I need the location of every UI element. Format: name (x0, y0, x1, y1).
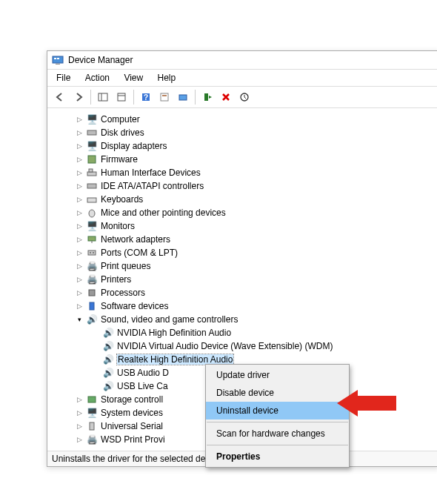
expand-icon[interactable]: ▷ (74, 434, 84, 445)
expand-icon[interactable]: ▷ (74, 421, 84, 431)
printer-icon: 🖨️ (86, 260, 98, 272)
action-button[interactable] (156, 89, 173, 105)
scan-button[interactable] (175, 89, 191, 105)
svg-rect-30 (90, 422, 94, 430)
menu-action[interactable]: Action (79, 71, 116, 84)
expand-icon[interactable]: ▷ (74, 221, 84, 231)
menu-help[interactable]: Help (152, 71, 182, 84)
category-hid[interactable]: ▷Human Interface Devices (52, 166, 437, 179)
expand-icon[interactable]: ▷ (74, 274, 84, 285)
help-button[interactable]: ? (138, 89, 154, 105)
expand-icon[interactable]: ▷ (74, 154, 84, 165)
usb-icon (86, 420, 98, 432)
category-printers[interactable]: ▷🖨️Printers (52, 273, 437, 286)
update-driver-button[interactable] (236, 89, 253, 105)
window-title: Device Manager (68, 55, 133, 65)
svg-rect-24 (88, 251, 96, 255)
svg-rect-2 (54, 58, 56, 59)
category-firmware[interactable]: ▷Firmware (52, 153, 437, 166)
menu-view[interactable]: View (118, 71, 149, 84)
expand-icon[interactable]: ▷ (74, 248, 84, 258)
context-properties[interactable]: Properties (206, 448, 349, 465)
uninstall-button[interactable] (218, 89, 234, 105)
red-arrow-annotation (337, 387, 396, 420)
svg-rect-19 (87, 184, 96, 188)
context-scan-hardware[interactable]: Scan for hardware changes (206, 425, 349, 442)
speaker-icon: 🔊 (102, 354, 114, 365)
monitor-icon: 🖥️ (86, 220, 98, 232)
context-menu: Update driver Disable device Uninstall d… (205, 364, 350, 468)
svg-point-25 (90, 252, 91, 253)
speaker-icon: 🔊 (102, 380, 114, 392)
expand-icon[interactable]: ▷ (74, 194, 84, 205)
context-disable-device[interactable]: Disable device (206, 384, 349, 402)
firmware-icon (86, 153, 98, 165)
category-monitors[interactable]: ▷🖥️Monitors (52, 219, 437, 233)
collapse-icon[interactable]: ▾ (74, 314, 84, 325)
expand-icon[interactable]: ▷ (74, 141, 84, 151)
device-manager-icon (52, 54, 64, 66)
toolbar-separator (90, 90, 91, 105)
printer-icon: 🖨️ (86, 273, 98, 285)
svg-rect-27 (89, 290, 95, 296)
svg-rect-18 (89, 169, 93, 172)
expand-icon[interactable]: ▷ (74, 127, 84, 138)
svg-rect-17 (87, 172, 96, 176)
svg-rect-20 (87, 198, 96, 202)
device-nvidia-hd-audio[interactable]: 🔊NVIDIA High Definition Audio (52, 326, 437, 339)
context-update-driver[interactable]: Update driver (206, 366, 349, 384)
category-print-queues[interactable]: ▷🖨️Print queues (52, 259, 437, 273)
svg-marker-31 (337, 390, 396, 417)
computer-icon: 🖥️ (86, 113, 98, 125)
mouse-icon (86, 207, 98, 219)
system-icon: 🖥️ (86, 407, 98, 419)
svg-rect-29 (88, 397, 96, 402)
display-icon: 🖥️ (86, 140, 98, 152)
back-button[interactable] (52, 89, 68, 105)
svg-rect-15 (87, 130, 96, 135)
properties-button[interactable] (113, 89, 130, 105)
toolbar-separator (195, 90, 196, 105)
device-nvidia-virtual-audio[interactable]: 🔊NVIDIA Virtual Audio Device (Wave Exten… (52, 339, 437, 353)
expand-icon[interactable]: ▷ (74, 208, 84, 218)
menu-file[interactable]: File (50, 71, 76, 84)
enable-button[interactable] (199, 89, 216, 105)
svg-point-21 (89, 210, 95, 217)
expand-icon[interactable]: ▷ (74, 394, 84, 405)
forward-button[interactable] (70, 89, 87, 105)
expand-icon[interactable]: ▷ (74, 168, 84, 178)
disk-icon (86, 127, 98, 139)
show-hide-console-button[interactable] (95, 89, 111, 105)
port-icon (86, 247, 98, 259)
category-keyboards[interactable]: ▷Keyboards (52, 193, 437, 206)
expand-icon[interactable]: ▷ (74, 288, 84, 298)
svg-rect-6 (118, 93, 125, 101)
ide-icon (86, 180, 98, 192)
speaker-icon: 🔊 (102, 327, 114, 339)
category-mice[interactable]: ▷Mice and other pointing devices (52, 206, 437, 219)
svg-rect-3 (57, 58, 59, 59)
svg-text:?: ? (144, 93, 148, 102)
expand-icon[interactable]: ▷ (74, 301, 84, 311)
category-software-devices[interactable]: ▷Software devices (52, 299, 437, 313)
titlebar: Device Manager (47, 51, 437, 70)
svg-rect-13 (204, 93, 208, 101)
category-processors[interactable]: ▷Processors (52, 286, 437, 299)
category-network[interactable]: ▷Network adapters (52, 233, 437, 246)
expand-icon[interactable]: ▷ (74, 234, 84, 245)
svg-rect-1 (56, 64, 60, 64)
keyboard-icon (86, 193, 98, 205)
expand-icon[interactable]: ▷ (74, 408, 84, 418)
context-separator (207, 445, 348, 445)
expand-icon[interactable]: ▷ (74, 114, 84, 125)
expand-icon[interactable]: ▷ (74, 181, 84, 191)
context-uninstall-device[interactable]: Uninstall device (206, 402, 349, 420)
speaker-icon: 🔊 (102, 367, 114, 379)
category-display-adapters[interactable]: ▷🖥️Display adapters (52, 139, 437, 153)
category-computer[interactable]: ▷🖥️Computer (52, 113, 437, 126)
category-sound[interactable]: ▾🔊Sound, video and game controllers (52, 313, 437, 326)
category-disk-drives[interactable]: ▷Disk drives (52, 126, 437, 139)
category-ports[interactable]: ▷Ports (COM & LPT) (52, 246, 437, 259)
category-ide[interactable]: ▷IDE ATA/ATAPI controllers (52, 179, 437, 193)
expand-icon[interactable]: ▷ (74, 261, 84, 271)
